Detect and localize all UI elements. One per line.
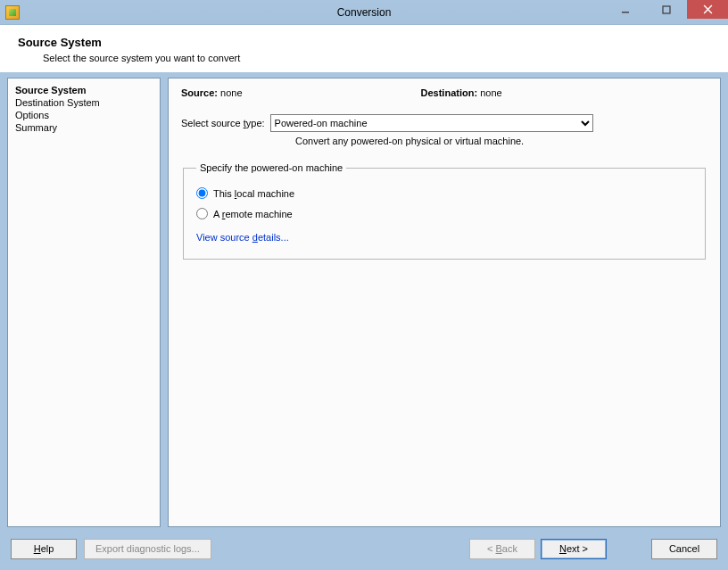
svg-rect-1 <box>663 6 670 13</box>
maximize-button[interactable] <box>646 0 687 19</box>
help-button[interactable]: Help <box>11 539 77 559</box>
next-button[interactable]: Next > <box>541 539 607 559</box>
source-destination-summary: Source: none Destination: none <box>181 87 707 98</box>
radio-local-machine[interactable] <box>196 187 208 199</box>
select-source-type-row: Select source type: Powered-on machine <box>181 114 707 132</box>
destination-value: none <box>480 87 501 98</box>
app-icon <box>5 5 20 20</box>
wizard-body: Source System Destination System Options… <box>0 72 728 533</box>
conversion-wizard-window: Conversion Source System Select the sour… <box>0 0 728 570</box>
destination-label: Destination: <box>421 87 478 98</box>
select-source-type-label: Select source type: <box>181 118 265 128</box>
export-diagnostics-button: Export diagnostic logs... <box>84 539 211 559</box>
destination-summary: Destination: none <box>421 87 502 98</box>
wizard-header: Source System Select the source system y… <box>0 25 728 72</box>
wizard-header-subtitle: Select the source system you want to con… <box>18 49 710 63</box>
sidebar-item-options[interactable]: Options <box>15 109 153 121</box>
wizard-footer: Help Export diagnostic logs... < Back Ne… <box>0 533 728 570</box>
radio-local-machine-row[interactable]: This local machine <box>196 187 692 199</box>
source-type-hint: Convert any powered-on physical or virtu… <box>295 136 707 146</box>
wizard-main-panel: Source: none Destination: none Select so… <box>168 78 721 527</box>
close-button[interactable] <box>687 0 728 19</box>
sidebar-item-summary[interactable]: Summary <box>15 121 153 134</box>
cancel-button[interactable]: Cancel <box>651 539 717 559</box>
radio-local-machine-label: This local machine <box>213 188 294 199</box>
wizard-header-title: Source System <box>18 36 710 49</box>
source-label: Source: <box>181 87 218 98</box>
source-summary: Source: none <box>181 87 243 98</box>
window-controls <box>605 0 728 19</box>
specify-machine-legend: Specify the powered-on machine <box>196 162 346 173</box>
wizard-nav-buttons: < Back Next > <box>469 539 607 559</box>
radio-remote-machine-row[interactable]: A remote machine <box>196 208 692 219</box>
source-type-dropdown[interactable]: Powered-on machine <box>270 114 593 132</box>
source-value: none <box>220 87 242 98</box>
view-source-details-link[interactable]: View source details... <box>196 232 289 243</box>
back-button: < Back <box>469 539 535 559</box>
wizard-steps-sidebar: Source System Destination System Options… <box>7 78 161 527</box>
sidebar-item-source-system[interactable]: Source System <box>15 84 153 96</box>
titlebar: Conversion <box>0 0 728 25</box>
radio-remote-machine-label: A remote machine <box>213 209 293 219</box>
sidebar-item-destination-system[interactable]: Destination System <box>15 96 153 109</box>
specify-machine-fieldset: Specify the powered-on machine This loca… <box>183 162 706 260</box>
radio-remote-machine[interactable] <box>196 208 208 219</box>
svg-rect-0 <box>622 12 629 13</box>
minimize-button[interactable] <box>605 0 646 19</box>
